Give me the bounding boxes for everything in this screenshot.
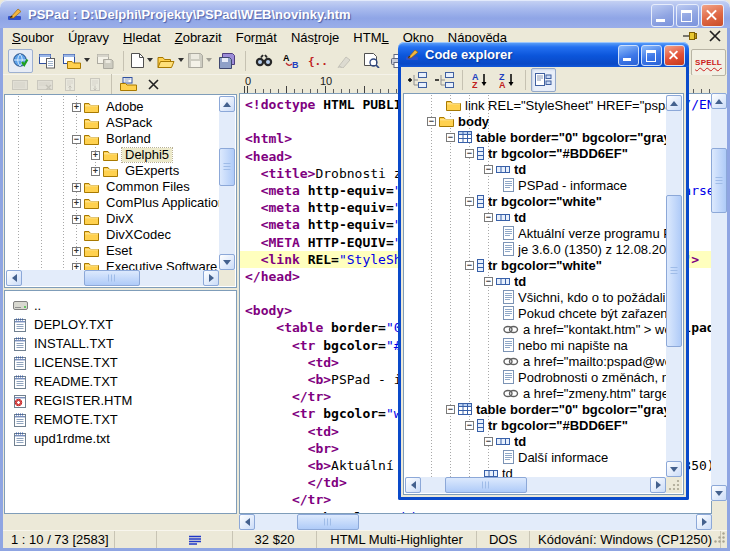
menu-soubor[interactable]: Soubor [5, 29, 61, 46]
file-list-item[interactable]: README.TXT [5, 372, 236, 391]
explorer-tree-item[interactable]: −body [405, 113, 666, 129]
folder-tree-item[interactable]: +GExperts [6, 163, 219, 179]
dropdown-arrow-icon[interactable] [206, 53, 212, 68]
scroll-thumb[interactable] [84, 270, 140, 286]
folder-tree-item[interactable]: +Common Files [6, 179, 219, 195]
code-explorer-title-bar[interactable]: Code explorer [398, 42, 689, 67]
dropdown-arrow-icon[interactable] [147, 53, 153, 68]
scroll-thumb[interactable] [711, 148, 727, 213]
expander-icon[interactable]: + [91, 167, 100, 176]
collapse-all-button[interactable] [432, 68, 457, 92]
maximize-button[interactable] [641, 45, 662, 66]
expander-icon[interactable]: + [72, 215, 81, 224]
close-document-icon[interactable] [709, 30, 721, 45]
explorer-tree-item[interactable]: td [405, 465, 666, 477]
expander-icon[interactable]: − [484, 437, 493, 446]
explorer-tree-item[interactable]: −td [405, 209, 666, 225]
resize-grip[interactable] [666, 477, 682, 493]
status-highlighter[interactable]: HTML Multi-Highlighter [317, 531, 477, 548]
scroll-down-icon[interactable] [711, 485, 727, 501]
status-encoding[interactable]: Kódování: Windows (CP1250) [530, 531, 721, 548]
folder-tree-hscrollbar[interactable] [6, 270, 219, 286]
file-list-item[interactable]: upd1rdme.txt [5, 429, 236, 448]
spell-check-button[interactable]: SPELL [691, 49, 726, 76]
code-explorer-window[interactable]: Code explorer AZZA link REL="StyleSheet"… [398, 42, 689, 500]
scroll-thumb[interactable] [219, 148, 235, 186]
scroll-thumb[interactable] [666, 195, 682, 347]
expander-icon[interactable]: − [484, 165, 493, 174]
folder-tree-item[interactable]: +Eset [6, 243, 219, 259]
scroll-up-icon[interactable] [666, 95, 682, 111]
menu-zobrazit[interactable]: Zobrazit [168, 29, 229, 46]
menu-pravy[interactable]: Úpravy [61, 29, 116, 46]
explorer-hscrollbar[interactable] [405, 477, 666, 493]
expander-icon[interactable]: − [465, 197, 474, 206]
explorer-tree-item[interactable]: nebo mi napište na [405, 337, 666, 353]
folder-tree-item[interactable]: +DivX [6, 211, 219, 227]
menu-nstroje[interactable]: Nástroje [284, 29, 346, 46]
editor-hscrollbar[interactable] [239, 514, 712, 530]
project-open-button[interactable] [62, 49, 91, 73]
folder-tree-item[interactable]: −Borland [6, 131, 219, 147]
view-options-button[interactable] [531, 68, 556, 92]
explorer-tree-item[interactable]: Další informace [405, 449, 666, 465]
explorer-tree-item[interactable]: Aktuální verze programu P [405, 225, 666, 241]
expander-icon[interactable]: + [72, 103, 81, 112]
explorer-tree-item[interactable]: −td [405, 273, 666, 289]
explorer-tree-item[interactable]: a href="mailto:pspad@wo. [405, 353, 666, 369]
file-list-item[interactable]: REGISTER.HTM [5, 391, 236, 410]
explorer-tree-item[interactable]: Pokud chcete být zařazen [405, 305, 666, 321]
scroll-down-icon[interactable] [666, 461, 682, 477]
minimize-button[interactable] [618, 45, 639, 66]
scroll-right-icon[interactable] [696, 514, 712, 530]
folder-tree-item[interactable]: +ComPlus Applications [6, 195, 219, 211]
explorer-tree-item[interactable]: −table border="0" bgcolor="gray" [405, 401, 666, 417]
explorer-tree-item[interactable]: −tr bgcolor="white" [405, 193, 666, 209]
sort-ascending-button[interactable]: AZ [468, 68, 493, 92]
explorer-tree-item[interactable]: −td [405, 161, 666, 177]
expander-icon[interactable]: − [465, 149, 474, 158]
scroll-right-icon[interactable] [203, 270, 219, 286]
expander-icon[interactable]: − [465, 261, 474, 270]
menu-formt[interactable]: Formát [229, 29, 284, 46]
folder-tree-item[interactable]: ASPack [6, 115, 219, 131]
status-line-format[interactable]: DOS [477, 531, 530, 548]
expander-icon[interactable]: − [446, 405, 455, 414]
scroll-left-icon[interactable] [239, 514, 255, 530]
explorer-tree-item[interactable]: Všichni, kdo o to požádali, [405, 289, 666, 305]
folder-tree-item[interactable]: +Delphi5 [6, 147, 219, 163]
explorer-tree-item[interactable]: a href="zmeny.htm" target= [405, 385, 666, 401]
scroll-down-icon[interactable] [219, 254, 235, 270]
explorer-vscrollbar[interactable] [666, 95, 682, 477]
folder-tree-item[interactable]: DivXCodec [6, 227, 219, 243]
expander-icon[interactable]: − [484, 277, 493, 286]
folder-tree-vscrollbar[interactable] [219, 96, 235, 270]
expand-all-button[interactable] [405, 68, 430, 92]
scroll-thumb[interactable] [297, 514, 359, 530]
explorer-tree-item[interactable]: −tr bgcolor="#BDD6EF" [405, 417, 666, 433]
print-preview-button[interactable] [359, 49, 384, 73]
project-new-button[interactable] [35, 49, 60, 73]
close-button[interactable] [701, 4, 724, 27]
main-title-bar[interactable]: PSPad : D:\Delphi\Projekty\PSPad\WEB\nov… [0, 0, 730, 28]
scroll-left-icon[interactable] [6, 270, 22, 286]
close-button[interactable] [664, 45, 685, 66]
explorer-tree-item[interactable]: link REL="StyleSheet" HREF="pspad. [405, 97, 666, 113]
close-panel-button[interactable] [142, 75, 165, 93]
expander-icon[interactable]: + [91, 151, 100, 160]
explorer-tree-item[interactable]: −tr bgcolor="white" [405, 257, 666, 273]
menu-hledat[interactable]: Hledat [116, 29, 168, 46]
scroll-left-icon[interactable] [405, 477, 421, 493]
code-line[interactable]: <tr bgcolor="white"> [245, 509, 711, 514]
resize-grip[interactable] [713, 531, 726, 547]
folder-tree-item[interactable]: +Executive Software [6, 259, 219, 270]
scroll-up-icon[interactable] [711, 93, 727, 109]
folder-tree-item[interactable]: +Adobe [6, 99, 219, 115]
minimize-button[interactable] [651, 4, 674, 27]
explorer-tree-item[interactable]: je 3.6.0 (1350) z 12.08.200 [405, 241, 666, 257]
expander-icon[interactable]: + [72, 247, 81, 256]
explorer-tree-item[interactable]: Podrobnosti o změnách, no [405, 369, 666, 385]
find-button[interactable] [251, 49, 276, 73]
menu-html[interactable]: HTML [346, 29, 395, 46]
reformat-code-button[interactable]: {..} [305, 49, 330, 73]
